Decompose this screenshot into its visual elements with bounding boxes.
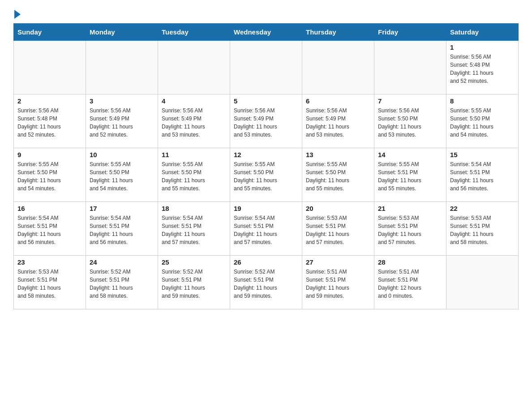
day-info: Sunrise: 5:56 AMSunset: 5:49 PMDaylight:… [162, 107, 226, 139]
day-info: Sunrise: 5:56 AMSunset: 5:50 PMDaylight:… [378, 107, 442, 139]
day-info: Sunrise: 5:56 AMSunset: 5:49 PMDaylight:… [306, 107, 370, 139]
calendar-cell: 7Sunrise: 5:56 AMSunset: 5:50 PMDaylight… [374, 94, 446, 148]
day-info: Sunrise: 5:52 AMSunset: 5:51 PMDaylight:… [90, 268, 154, 300]
day-number: 1 [450, 43, 515, 51]
day-info: Sunrise: 5:56 AMSunset: 5:48 PMDaylight:… [17, 107, 82, 139]
day-number: 8 [450, 97, 515, 105]
day-number: 4 [162, 97, 226, 105]
day-number: 24 [90, 258, 154, 266]
calendar-week-row: 16Sunrise: 5:54 AMSunset: 5:51 PMDayligh… [14, 202, 519, 256]
calendar-cell: 18Sunrise: 5:54 AMSunset: 5:51 PMDayligh… [158, 202, 230, 256]
day-number: 11 [162, 151, 226, 158]
day-info: Sunrise: 5:55 AMSunset: 5:50 PMDaylight:… [17, 160, 82, 193]
day-number: 5 [234, 97, 298, 105]
calendar-cell: 19Sunrise: 5:54 AMSunset: 5:51 PMDayligh… [230, 202, 302, 256]
calendar-cell: 21Sunrise: 5:53 AMSunset: 5:51 PMDayligh… [374, 202, 446, 256]
calendar-cell: 28Sunrise: 5:51 AMSunset: 5:51 PMDayligh… [374, 256, 446, 309]
calendar-cell: 11Sunrise: 5:55 AMSunset: 5:50 PMDayligh… [158, 148, 230, 202]
weekday-friday: Friday [374, 24, 446, 41]
calendar-cell [14, 41, 86, 94]
calendar-cell [302, 41, 374, 94]
day-number: 25 [162, 258, 226, 266]
day-number: 16 [17, 205, 82, 212]
day-info: Sunrise: 5:51 AMSunset: 5:51 PMDaylight:… [378, 268, 442, 300]
calendar-cell: 16Sunrise: 5:54 AMSunset: 5:51 PMDayligh… [14, 202, 86, 256]
calendar-cell [230, 41, 302, 94]
calendar-cell: 1Sunrise: 5:56 AMSunset: 5:48 PMDaylight… [446, 41, 519, 94]
day-number: 14 [378, 151, 442, 158]
calendar-cell: 2Sunrise: 5:56 AMSunset: 5:48 PMDaylight… [14, 94, 86, 148]
day-number: 19 [234, 205, 298, 212]
calendar-cell: 17Sunrise: 5:54 AMSunset: 5:51 PMDayligh… [86, 202, 158, 256]
logo-arrow-icon [13, 9, 21, 19]
day-info: Sunrise: 5:55 AMSunset: 5:50 PMDaylight:… [90, 160, 154, 193]
day-info: Sunrise: 5:56 AMSunset: 5:49 PMDaylight:… [90, 107, 154, 139]
calendar-cell: 14Sunrise: 5:55 AMSunset: 5:51 PMDayligh… [374, 148, 446, 202]
day-info: Sunrise: 5:54 AMSunset: 5:51 PMDaylight:… [90, 214, 154, 246]
day-number: 2 [17, 97, 82, 105]
day-number: 23 [17, 258, 82, 266]
calendar-cell: 23Sunrise: 5:53 AMSunset: 5:51 PMDayligh… [14, 256, 86, 309]
calendar-body: 1Sunrise: 5:56 AMSunset: 5:48 PMDaylight… [14, 41, 519, 309]
weekday-sunday: Sunday [14, 24, 86, 41]
day-info: Sunrise: 5:54 AMSunset: 5:51 PMDaylight:… [450, 160, 515, 193]
calendar-cell: 8Sunrise: 5:55 AMSunset: 5:50 PMDaylight… [446, 94, 519, 148]
day-info: Sunrise: 5:53 AMSunset: 5:51 PMDaylight:… [450, 214, 515, 246]
day-number: 15 [450, 151, 515, 158]
day-info: Sunrise: 5:53 AMSunset: 5:51 PMDaylight:… [306, 214, 370, 246]
weekday-tuesday: Tuesday [158, 24, 230, 41]
day-info: Sunrise: 5:53 AMSunset: 5:51 PMDaylight:… [378, 214, 442, 246]
calendar-week-row: 1Sunrise: 5:56 AMSunset: 5:48 PMDaylight… [14, 41, 519, 94]
calendar-cell [86, 41, 158, 94]
day-number: 7 [378, 97, 442, 105]
calendar-cell [446, 256, 519, 309]
logo [13, 9, 21, 19]
calendar-table: SundayMondayTuesdayWednesdayThursdayFrid… [13, 23, 519, 309]
day-info: Sunrise: 5:55 AMSunset: 5:50 PMDaylight:… [450, 107, 515, 139]
day-number: 21 [378, 205, 442, 212]
day-number: 12 [234, 151, 298, 158]
day-number: 27 [306, 258, 370, 266]
day-info: Sunrise: 5:52 AMSunset: 5:51 PMDaylight:… [162, 268, 226, 300]
weekday-monday: Monday [86, 24, 158, 41]
calendar-cell [158, 41, 230, 94]
calendar-cell: 5Sunrise: 5:56 AMSunset: 5:49 PMDaylight… [230, 94, 302, 148]
calendar-cell: 4Sunrise: 5:56 AMSunset: 5:49 PMDaylight… [158, 94, 230, 148]
day-info: Sunrise: 5:56 AMSunset: 5:48 PMDaylight:… [450, 53, 515, 85]
day-number: 3 [90, 97, 154, 105]
day-info: Sunrise: 5:54 AMSunset: 5:51 PMDaylight:… [234, 214, 298, 246]
day-number: 22 [450, 205, 515, 212]
calendar-week-row: 9Sunrise: 5:55 AMSunset: 5:50 PMDaylight… [14, 148, 519, 202]
calendar-week-row: 2Sunrise: 5:56 AMSunset: 5:48 PMDaylight… [14, 94, 519, 148]
weekday-wednesday: Wednesday [230, 24, 302, 41]
day-number: 13 [306, 151, 370, 158]
calendar-cell: 10Sunrise: 5:55 AMSunset: 5:50 PMDayligh… [86, 148, 158, 202]
day-info: Sunrise: 5:52 AMSunset: 5:51 PMDaylight:… [234, 268, 298, 300]
calendar-cell: 15Sunrise: 5:54 AMSunset: 5:51 PMDayligh… [446, 148, 519, 202]
day-number: 9 [17, 151, 82, 158]
weekday-header-row: SundayMondayTuesdayWednesdayThursdayFrid… [14, 24, 519, 41]
calendar-cell: 13Sunrise: 5:55 AMSunset: 5:50 PMDayligh… [302, 148, 374, 202]
day-number: 6 [306, 97, 370, 105]
day-number: 20 [306, 205, 370, 212]
page-header [13, 9, 519, 19]
calendar-header: SundayMondayTuesdayWednesdayThursdayFrid… [14, 24, 519, 41]
day-number: 26 [234, 258, 298, 266]
calendar-week-row: 23Sunrise: 5:53 AMSunset: 5:51 PMDayligh… [14, 256, 519, 309]
calendar-cell: 6Sunrise: 5:56 AMSunset: 5:49 PMDaylight… [302, 94, 374, 148]
day-info: Sunrise: 5:51 AMSunset: 5:51 PMDaylight:… [306, 268, 370, 300]
calendar-cell: 20Sunrise: 5:53 AMSunset: 5:51 PMDayligh… [302, 202, 374, 256]
calendar-cell: 27Sunrise: 5:51 AMSunset: 5:51 PMDayligh… [302, 256, 374, 309]
day-info: Sunrise: 5:53 AMSunset: 5:51 PMDaylight:… [17, 268, 82, 300]
calendar-cell [374, 41, 446, 94]
calendar-cell: 9Sunrise: 5:55 AMSunset: 5:50 PMDaylight… [14, 148, 86, 202]
day-number: 10 [90, 151, 154, 158]
calendar-cell: 12Sunrise: 5:55 AMSunset: 5:50 PMDayligh… [230, 148, 302, 202]
day-info: Sunrise: 5:56 AMSunset: 5:49 PMDaylight:… [234, 107, 298, 139]
day-info: Sunrise: 5:55 AMSunset: 5:50 PMDaylight:… [234, 160, 298, 193]
day-info: Sunrise: 5:55 AMSunset: 5:51 PMDaylight:… [378, 160, 442, 193]
calendar-cell: 24Sunrise: 5:52 AMSunset: 5:51 PMDayligh… [86, 256, 158, 309]
day-number: 18 [162, 205, 226, 212]
calendar-cell: 3Sunrise: 5:56 AMSunset: 5:49 PMDaylight… [86, 94, 158, 148]
calendar-cell: 26Sunrise: 5:52 AMSunset: 5:51 PMDayligh… [230, 256, 302, 309]
